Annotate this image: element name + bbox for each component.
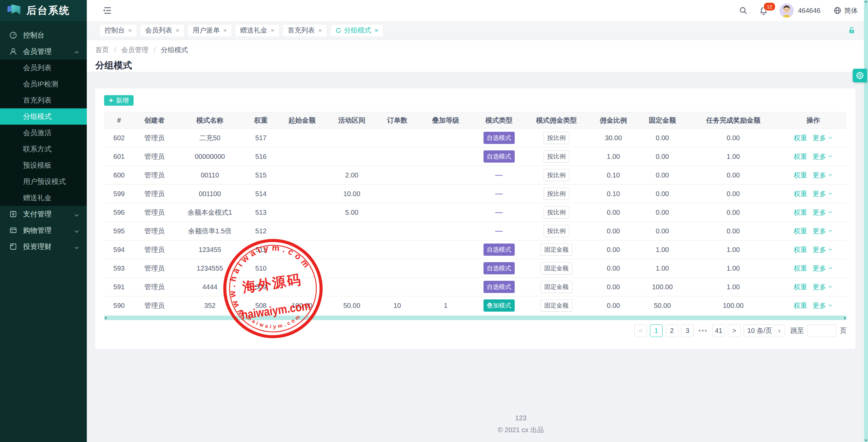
- row-action-more[interactable]: 更多: [813, 171, 833, 179]
- commission-chip: 按比例: [544, 206, 569, 218]
- row-action-weight[interactable]: 权重: [794, 209, 807, 216]
- app-logo: 后台系统: [0, 0, 87, 21]
- notifications-bell-icon[interactable]: 12: [759, 6, 768, 15]
- sidebar-subitem-赠送礼金[interactable]: 赠送礼金: [0, 190, 87, 206]
- vertical-scrollbar[interactable]: [864, 0, 868, 442]
- sidebar-subitem-联系方式[interactable]: 联系方式: [0, 141, 87, 157]
- tab-首充列表[interactable]: 首充列表×: [282, 24, 327, 37]
- sidebar-item-label: 会员管理: [23, 47, 74, 56]
- row-action-weight[interactable]: 权重: [794, 265, 807, 272]
- row-action-more[interactable]: 更多: [813, 153, 833, 160]
- main-area: 12 464646 简体 控制台×会员列表×用户派单×赠送礼金: [87, 0, 868, 442]
- cell-reward: 1.00: [687, 259, 780, 278]
- row-action-more[interactable]: 更多: [813, 134, 833, 142]
- settings-gear-button[interactable]: [853, 69, 867, 82]
- tab-分组模式[interactable]: 分组模式×: [330, 24, 383, 37]
- tab-bar: 控制台×会员列表×用户派单×赠送礼金×首充列表×分组模式×: [87, 21, 868, 40]
- tab-赠送礼金[interactable]: 赠送礼金×: [235, 24, 279, 37]
- cell-range: 2.00: [327, 166, 377, 185]
- tab-close-icon[interactable]: ×: [271, 27, 274, 34]
- sidebar-item-购物管理[interactable]: 购物管理: [0, 222, 87, 238]
- language-switcher[interactable]: 简体: [833, 6, 858, 15]
- cell-start: [277, 259, 327, 278]
- breadcrumb-member-mgmt[interactable]: 会员管理: [121, 46, 149, 54]
- cell-ratio: 0.10: [589, 185, 638, 203]
- cell-id: 594: [104, 240, 134, 259]
- cell-ratio: 0.00: [589, 222, 638, 240]
- row-action-more[interactable]: 更多: [813, 246, 833, 253]
- pagination-prev-button[interactable]: <: [634, 324, 647, 337]
- scroll-left-arrow-icon[interactable]: [105, 316, 106, 320]
- mode-badge: 自选模式: [484, 262, 515, 274]
- column-header-创建者: 创建者: [134, 112, 175, 129]
- group-mode-table: #创建者模式名称权重起始金额活动区间订单数叠加等级模式类型模式佣金类型佣金比例固…: [104, 112, 847, 315]
- tab-用户派单[interactable]: 用户派单×: [188, 24, 232, 37]
- pagination-page-3[interactable]: 3: [681, 324, 694, 337]
- sidebar-subitem-分组模式[interactable]: 分组模式: [0, 108, 87, 125]
- scroll-down-arrow-icon[interactable]: [864, 440, 868, 441]
- payment-icon: [9, 210, 18, 218]
- sidebar-item-投资理财[interactable]: 投资理财: [0, 238, 87, 255]
- horizontal-scrollbar[interactable]: [104, 316, 847, 320]
- row-action-weight[interactable]: 权重: [794, 134, 807, 142]
- row-action-weight[interactable]: 权重: [794, 227, 807, 235]
- tab-会员列表[interactable]: 会员列表×: [140, 24, 184, 37]
- jump-to-label: 跳至: [790, 326, 804, 335]
- tab-close-icon[interactable]: ×: [318, 27, 322, 34]
- cell-fixed: 0.00: [638, 166, 687, 185]
- tab-控制台[interactable]: 控制台×: [99, 24, 137, 37]
- page-size-select[interactable]: 10 条/页∨: [744, 324, 785, 337]
- tab-close-icon[interactable]: ×: [176, 27, 179, 34]
- cell-stack: [418, 278, 474, 296]
- tab-close-icon[interactable]: ×: [375, 27, 378, 34]
- sidebar-subitem-会员列表[interactable]: 会员列表: [0, 60, 87, 76]
- sidebar-item-会员管理[interactable]: 会员管理: [0, 43, 87, 60]
- scroll-up-arrow-icon[interactable]: [864, 1, 868, 2]
- collapse-menu-icon[interactable]: [102, 6, 112, 15]
- row-action-more[interactable]: 更多: [813, 209, 833, 216]
- row-action-weight[interactable]: 权重: [794, 283, 807, 291]
- pagination-page-41[interactable]: 41: [712, 324, 725, 337]
- sidebar-item-label: 支付管理: [23, 209, 74, 219]
- sidebar-item-控制台[interactable]: 控制台: [0, 27, 87, 43]
- pagination-page-1[interactable]: 1: [650, 324, 663, 337]
- sidebar-subitem-会员激活[interactable]: 会员激活: [0, 125, 87, 141]
- cell-reward: 100.00: [687, 296, 780, 315]
- cell-fixed: 0.00: [638, 147, 687, 166]
- page-unit-label: 页: [840, 326, 847, 335]
- cell-fixed: 50.00: [638, 296, 687, 315]
- table-card: + 新增 #创建者模式名称权重起始金额活动区间订单数叠加等级模式类型模式佣金类型…: [95, 88, 855, 349]
- pagination-next-button[interactable]: >: [728, 324, 741, 337]
- pagination-page-2[interactable]: 2: [666, 324, 678, 337]
- breadcrumb-home[interactable]: 首页: [95, 46, 109, 54]
- sidebar-subitem-首充列表[interactable]: 首充列表: [0, 92, 87, 108]
- row-action-more[interactable]: 更多: [813, 265, 833, 272]
- search-icon[interactable]: [739, 6, 748, 15]
- user-avatar[interactable]: 464646: [780, 3, 821, 18]
- jump-page-input[interactable]: [807, 324, 836, 337]
- row-action-weight[interactable]: 权重: [794, 153, 807, 160]
- scroll-right-arrow-icon[interactable]: [844, 316, 846, 320]
- tab-close-icon[interactable]: ×: [128, 27, 132, 34]
- row-action-weight[interactable]: 权重: [794, 302, 807, 309]
- sidebar-item-支付管理[interactable]: 支付管理: [0, 206, 87, 222]
- chevron-down-icon: [828, 246, 833, 254]
- sidebar-subitem-会员IP检测[interactable]: 会员IP检测: [0, 76, 87, 92]
- cell-mode-type: 自选模式: [474, 240, 524, 259]
- invest-icon: [9, 242, 18, 251]
- sidebar-subitem-用户预设模式[interactable]: 用户预设模式: [0, 173, 87, 190]
- row-action-weight[interactable]: 权重: [794, 190, 807, 197]
- row-action-more[interactable]: 更多: [813, 227, 833, 235]
- row-action-weight[interactable]: 权重: [794, 246, 807, 253]
- row-action-more[interactable]: 更多: [813, 190, 833, 197]
- refresh-icon[interactable]: [335, 27, 341, 34]
- cell-stack: [418, 259, 474, 278]
- lock-tabs-icon[interactable]: [848, 26, 856, 36]
- cell-commission-type: 固定金额: [524, 240, 589, 259]
- row-action-more[interactable]: 更多: [813, 283, 833, 291]
- tab-close-icon[interactable]: ×: [223, 27, 227, 34]
- add-button[interactable]: + 新增: [104, 95, 134, 106]
- row-action-more[interactable]: 更多: [813, 302, 833, 309]
- row-action-weight[interactable]: 权重: [794, 171, 807, 179]
- sidebar-subitem-预设模板[interactable]: 预设模板: [0, 157, 87, 173]
